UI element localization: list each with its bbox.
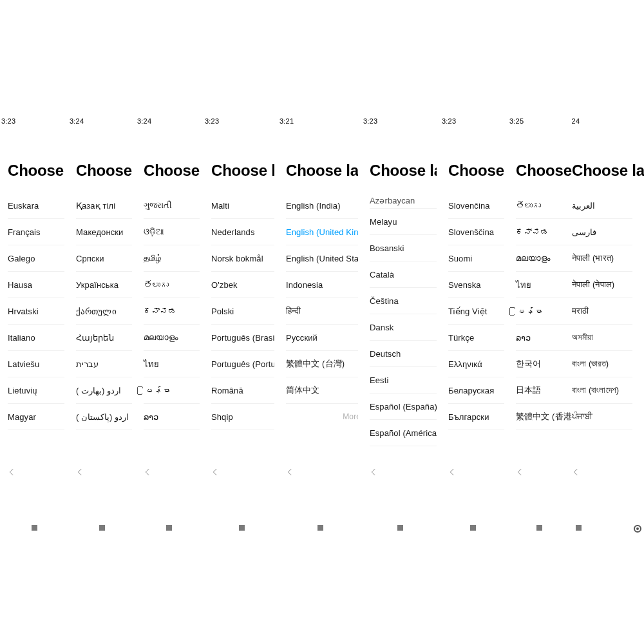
language-item[interactable]: বাংলা (ভারত) bbox=[572, 351, 632, 377]
language-item[interactable]: Հայերեն bbox=[76, 325, 132, 351]
language-item[interactable]: 简体中文 bbox=[286, 377, 358, 404]
language-item[interactable]: Español (España) bbox=[370, 393, 437, 420]
language-item[interactable]: ਪੰਜਾਬੀ bbox=[572, 404, 632, 430]
language-item[interactable]: తెలుగు bbox=[516, 193, 572, 219]
language-item[interactable]: Svenska bbox=[448, 272, 504, 298]
language-item[interactable]: Deutsch bbox=[370, 341, 437, 367]
back-icon[interactable] bbox=[142, 467, 155, 480]
language-item[interactable]: ქართული bbox=[76, 298, 132, 325]
language-item[interactable]: ລາວ bbox=[516, 325, 572, 351]
language-item[interactable]: Français bbox=[8, 219, 64, 245]
language-item[interactable]: नेपाली (भारत) bbox=[572, 245, 632, 272]
language-item[interactable]: Беларуская bbox=[448, 377, 504, 404]
language-item[interactable]: Galego bbox=[8, 245, 64, 272]
language-item[interactable]: অসমীয়া bbox=[572, 325, 632, 351]
language-item[interactable]: မြန်မာ bbox=[516, 298, 572, 325]
language-item[interactable]: తెలుగు bbox=[144, 272, 200, 298]
language-item[interactable]: Magyar bbox=[8, 404, 64, 430]
language-item[interactable]: ಕನ್ನಡ bbox=[144, 298, 200, 325]
language-item[interactable]: ລາວ bbox=[144, 404, 200, 430]
language-item[interactable]: Euskara bbox=[8, 193, 64, 219]
recent-apps-icon[interactable] bbox=[317, 525, 323, 531]
language-item[interactable]: Hrvatski bbox=[8, 298, 64, 325]
language-item[interactable]: English (United States) bbox=[286, 245, 358, 272]
language-item[interactable]: Русский bbox=[286, 325, 358, 351]
language-item[interactable]: Dansk bbox=[370, 314, 437, 341]
language-item[interactable]: Македонски bbox=[76, 219, 132, 245]
back-icon[interactable] bbox=[6, 467, 19, 480]
language-item[interactable]: 繁體中文 (台灣) bbox=[286, 351, 358, 377]
language-item[interactable]: ગુજરાતી bbox=[144, 193, 200, 219]
language-item[interactable]: Українська bbox=[76, 272, 132, 298]
language-item[interactable]: ไทย bbox=[144, 351, 200, 377]
more-languages[interactable]: More languages bbox=[286, 404, 358, 430]
language-item[interactable]: Lietuvių bbox=[8, 377, 64, 404]
language-item[interactable]: 한국어 bbox=[516, 351, 572, 377]
language-item[interactable]: தமிழ் bbox=[144, 245, 200, 272]
language-item[interactable]: ಕನ್ನಡ bbox=[516, 219, 572, 245]
recent-apps-icon[interactable] bbox=[239, 525, 245, 531]
back-icon[interactable] bbox=[368, 467, 381, 480]
language-item[interactable]: Slovenščina bbox=[448, 219, 504, 245]
language-item[interactable]: Norsk bokmål bbox=[211, 245, 274, 272]
language-item[interactable]: Türkçe bbox=[448, 325, 504, 351]
language-item[interactable]: Suomi bbox=[448, 245, 504, 272]
back-icon[interactable] bbox=[572, 467, 583, 480]
language-item[interactable]: हिन्दी bbox=[286, 298, 358, 325]
recent-apps-icon[interactable] bbox=[166, 525, 172, 531]
language-item[interactable]: Hausa bbox=[8, 272, 64, 298]
language-item[interactable]: Català bbox=[370, 261, 437, 288]
back-icon[interactable] bbox=[515, 467, 527, 480]
language-item[interactable]: 繁體中文 (香港) bbox=[516, 404, 572, 430]
language-item[interactable]: മലയാളം bbox=[516, 245, 572, 272]
language-item[interactable]: Slovenčina bbox=[448, 193, 504, 219]
language-item[interactable]: Português (Brasil) bbox=[211, 325, 274, 351]
language-item[interactable]: English (India) bbox=[286, 193, 358, 219]
language-item[interactable]: اردو (پاکستان ) bbox=[76, 404, 132, 430]
language-item[interactable]: Română bbox=[211, 377, 274, 404]
back-icon[interactable] bbox=[285, 467, 298, 480]
language-item[interactable]: Bosanski bbox=[370, 235, 437, 261]
recent-apps-icon[interactable] bbox=[397, 525, 403, 531]
language-item[interactable]: Nederlands bbox=[211, 219, 274, 245]
language-item[interactable]: Български bbox=[448, 404, 504, 430]
recent-apps-icon[interactable] bbox=[32, 525, 37, 531]
language-item[interactable]: Indonesia bbox=[286, 272, 358, 298]
language-item[interactable]: Shqip bbox=[211, 404, 274, 430]
language-item[interactable]: বাংলা (বাংলাদেশ) bbox=[572, 377, 632, 404]
language-item[interactable]: Српски bbox=[76, 245, 132, 272]
language-item[interactable]: Tiếng Việt bbox=[448, 298, 504, 325]
language-item[interactable]: English (United Kingdom) bbox=[286, 219, 358, 245]
language-item[interactable]: Italiano bbox=[8, 325, 64, 351]
language-item[interactable]: ไทย bbox=[516, 272, 572, 298]
language-item[interactable]: Español (América) bbox=[370, 420, 437, 446]
language-item[interactable]: اردو (بھارت ) bbox=[76, 377, 132, 404]
language-item[interactable]: मराठी bbox=[572, 298, 632, 325]
language-item[interactable]: Português (Portugal) bbox=[211, 351, 274, 377]
recent-apps-icon[interactable] bbox=[470, 525, 476, 531]
language-item[interactable]: O'zbek bbox=[211, 272, 274, 298]
language-item[interactable]: മലയാളം bbox=[144, 325, 200, 351]
language-item[interactable]: Čeština bbox=[370, 288, 437, 314]
home-icon[interactable] bbox=[634, 525, 641, 533]
language-item[interactable]: ଓଡ଼ିଆ bbox=[144, 219, 200, 245]
language-item[interactable]: Eesti bbox=[370, 367, 437, 393]
language-item[interactable]: မြန်မာ bbox=[144, 377, 200, 404]
language-item[interactable]: עברית bbox=[76, 351, 132, 377]
recent-apps-icon[interactable] bbox=[536, 525, 542, 531]
back-icon[interactable] bbox=[75, 467, 88, 480]
recent-apps-icon[interactable] bbox=[576, 525, 582, 531]
language-item[interactable]: فارسی bbox=[572, 219, 632, 245]
language-item[interactable]: Қазақ тілі bbox=[76, 193, 132, 219]
language-item[interactable]: Malti bbox=[211, 193, 274, 219]
recent-apps-icon[interactable] bbox=[99, 525, 105, 531]
language-item[interactable]: नेपाली (नेपाल) bbox=[572, 272, 632, 298]
language-item[interactable]: Latviešu bbox=[8, 351, 64, 377]
back-icon[interactable] bbox=[210, 467, 223, 480]
language-item[interactable]: 日本語 bbox=[516, 377, 572, 404]
language-item[interactable]: العربية bbox=[572, 193, 632, 219]
language-item[interactable]: Melayu bbox=[370, 209, 437, 235]
back-icon[interactable] bbox=[447, 467, 460, 480]
language-item[interactable]: Azərbaycan bbox=[370, 193, 437, 209]
language-item[interactable]: Ελληνικά bbox=[448, 351, 504, 377]
